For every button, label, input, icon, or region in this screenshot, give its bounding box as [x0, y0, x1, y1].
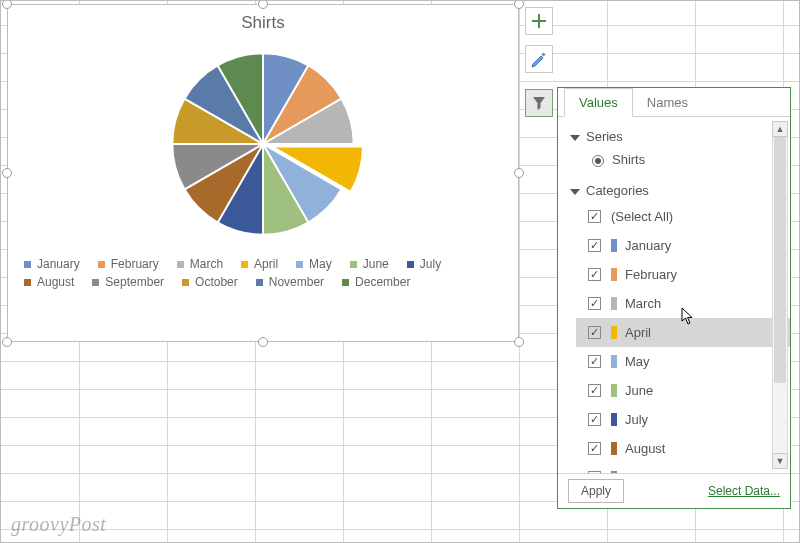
legend-swatch: [24, 261, 31, 268]
chart-legend: JanuaryFebruaryMarchAprilMayJuneJulyAugu…: [24, 257, 502, 289]
checkbox-icon[interactable]: [588, 297, 601, 310]
tab-names[interactable]: Names: [633, 89, 702, 116]
legend-label: October: [195, 275, 238, 289]
checkbox-icon[interactable]: [588, 326, 601, 339]
resize-handle-mr[interactable]: [514, 168, 524, 178]
checkbox-icon[interactable]: [588, 239, 601, 252]
resize-handle-br[interactable]: [514, 337, 524, 347]
apply-button[interactable]: Apply: [568, 479, 624, 503]
scroll-thumb[interactable]: [774, 137, 786, 383]
category-item-label: July: [625, 412, 648, 427]
category-item-label: April: [625, 325, 651, 340]
tab-values[interactable]: Values: [564, 88, 633, 117]
checkbox-icon[interactable]: [588, 384, 601, 397]
group-categories[interactable]: Categories: [562, 177, 790, 202]
legend-label: May: [309, 257, 332, 271]
group-categories-label: Categories: [586, 183, 649, 198]
scroll-up-button[interactable]: ▲: [772, 121, 788, 137]
legend-label: March: [190, 257, 223, 271]
resize-handle-tm[interactable]: [258, 0, 268, 9]
category-item-september[interactable]: September: [576, 463, 790, 473]
checkbox-icon[interactable]: [588, 413, 601, 426]
legend-label: April: [254, 257, 278, 271]
filter-footer: Apply Select Data...: [558, 473, 790, 508]
chart-title: Shirts: [8, 13, 518, 33]
category-item-august[interactable]: August: [576, 434, 790, 463]
legend-item-october: October: [182, 275, 238, 289]
legend-item-may: May: [296, 257, 332, 271]
checkbox-icon[interactable]: [588, 355, 601, 368]
category-item-label: May: [625, 354, 650, 369]
scroll-track[interactable]: [772, 137, 788, 453]
category-item-label: September: [625, 470, 689, 473]
legend-swatch: [98, 261, 105, 268]
resize-handle-bl[interactable]: [2, 337, 12, 347]
category-item-march[interactable]: March: [576, 289, 790, 318]
legend-label: December: [355, 275, 410, 289]
category-swatch: [611, 268, 617, 281]
legend-swatch: [92, 279, 99, 286]
category-swatch: [611, 326, 617, 339]
legend-item-march: March: [177, 257, 223, 271]
group-series-label: Series: [586, 129, 623, 144]
resize-handle-tl[interactable]: [2, 0, 12, 9]
category-swatch: [611, 471, 617, 473]
chart-filter-button[interactable]: [525, 89, 553, 117]
scroll-down-button[interactable]: ▼: [772, 453, 788, 469]
scrollbar[interactable]: ▲ ▼: [772, 121, 788, 469]
radio-icon: [592, 155, 604, 167]
legend-label: July: [420, 257, 441, 271]
select-data-link[interactable]: Select Data...: [708, 484, 780, 498]
category-item-february[interactable]: February: [576, 260, 790, 289]
category-item-label: March: [625, 296, 661, 311]
category-swatch: [611, 413, 617, 426]
category-item-may[interactable]: May: [576, 347, 790, 376]
category-item-july[interactable]: July: [576, 405, 790, 434]
checkbox-icon[interactable]: [588, 268, 601, 281]
pie-chart[interactable]: [8, 39, 518, 249]
category-swatch: [611, 442, 617, 455]
legend-label: August: [37, 275, 74, 289]
filter-tabs: Values Names: [558, 88, 790, 117]
legend-swatch: [256, 279, 263, 286]
filter-body: Series Shirts Categories (Select All) Ja…: [558, 117, 790, 473]
category-item-label: (Select All): [611, 209, 673, 224]
category-item-label: January: [625, 238, 671, 253]
category-swatch: [611, 384, 617, 397]
checkbox-icon[interactable]: [588, 442, 601, 455]
category-swatch: [611, 297, 617, 310]
collapse-icon: [570, 189, 580, 195]
legend-swatch: [296, 261, 303, 268]
resize-handle-bm[interactable]: [258, 337, 268, 347]
legend-item-january: January: [24, 257, 80, 271]
chart-styles-button[interactable]: [525, 45, 553, 73]
category-swatch: [611, 239, 617, 252]
resize-handle-ml[interactable]: [2, 168, 12, 178]
watermark: groovyPost: [11, 513, 106, 536]
legend-item-december: December: [342, 275, 410, 289]
legend-swatch: [182, 279, 189, 286]
group-series[interactable]: Series: [562, 123, 790, 148]
chart-elements-button[interactable]: [525, 7, 553, 35]
legend-label: January: [37, 257, 80, 271]
category-item-april[interactable]: April: [576, 318, 790, 347]
series-option-shirts[interactable]: Shirts: [562, 148, 790, 177]
category-list: (Select All) JanuaryFebruaryMarchAprilMa…: [562, 202, 790, 473]
checkbox-icon[interactable]: [588, 471, 601, 473]
category-item-select-all[interactable]: (Select All): [576, 202, 790, 231]
legend-item-february: February: [98, 257, 159, 271]
checkbox-icon[interactable]: [588, 210, 601, 223]
legend-swatch: [241, 261, 248, 268]
legend-label: February: [111, 257, 159, 271]
category-item-june[interactable]: June: [576, 376, 790, 405]
chart-filter-panel: Values Names Series Shirts Categories (S…: [557, 87, 791, 509]
legend-item-july: July: [407, 257, 441, 271]
category-item-label: June: [625, 383, 653, 398]
legend-label: September: [105, 275, 164, 289]
legend-label: June: [363, 257, 389, 271]
legend-swatch: [350, 261, 357, 268]
legend-item-april: April: [241, 257, 278, 271]
category-item-january[interactable]: January: [576, 231, 790, 260]
legend-item-november: November: [256, 275, 324, 289]
chart-container[interactable]: Shirts JanuaryFebruaryMarchAprilMayJuneJ…: [7, 4, 519, 342]
